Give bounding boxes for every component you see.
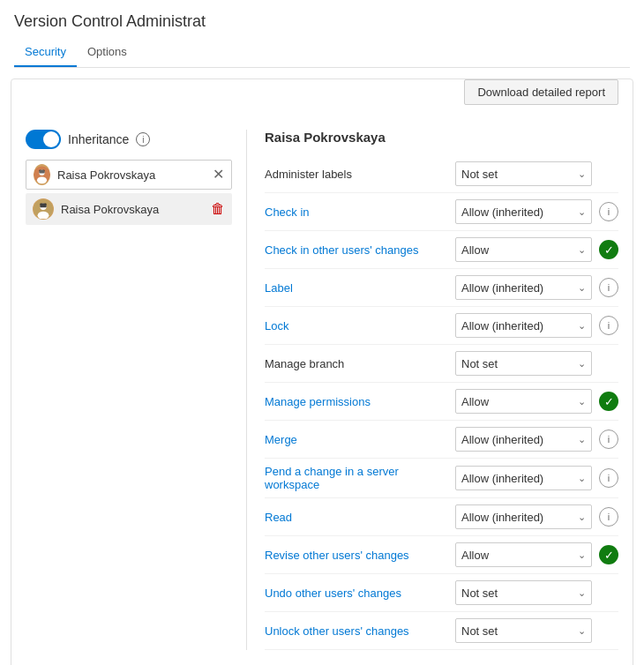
dropdown-value: Allow (inherited) bbox=[461, 281, 574, 295]
permission-row: Check in other users' changesAllow⌄✓ bbox=[265, 231, 618, 269]
dropdown-value: Allow bbox=[461, 549, 574, 562]
chevron-down-icon: ⌄ bbox=[578, 434, 586, 445]
check-badge: ✓ bbox=[599, 545, 618, 564]
permission-label: Revise other users' changes bbox=[265, 549, 448, 562]
permission-row: Administer labelsNot set⌄ bbox=[265, 155, 618, 193]
permission-dropdown[interactable]: Allow⌄ bbox=[455, 237, 592, 262]
dropdown-value: Allow (inherited) bbox=[461, 511, 574, 524]
info-icon[interactable]: i bbox=[599, 202, 618, 221]
right-panel: Raisa Pokrovskaya Administer labelsNot s… bbox=[246, 130, 618, 650]
svg-rect-7 bbox=[40, 204, 46, 208]
chevron-down-icon: ⌄ bbox=[578, 244, 586, 256]
user-search-box[interactable]: ✕ bbox=[26, 160, 232, 190]
permission-dropdown[interactable]: Not set⌄ bbox=[455, 161, 592, 186]
chevron-down-icon: ⌄ bbox=[578, 396, 586, 407]
inheritance-row: Inheritance i bbox=[26, 130, 232, 149]
info-icon[interactable]: i bbox=[599, 507, 618, 527]
chevron-down-icon: ⌄ bbox=[578, 168, 586, 180]
chevron-down-icon: ⌄ bbox=[578, 282, 586, 294]
download-report-button[interactable]: Download detailed report bbox=[464, 79, 618, 105]
permission-row: Undo other users' changesNot set⌄ bbox=[265, 574, 618, 612]
permission-label: Unlock other users' changes bbox=[265, 624, 448, 638]
permission-dropdown[interactable]: Allow (inherited)⌄ bbox=[455, 199, 592, 224]
permissions-list: Administer labelsNot set⌄Check inAllow (… bbox=[265, 155, 618, 650]
permission-label: Administer labels bbox=[265, 168, 448, 181]
page-title: Version Control Administrat bbox=[14, 12, 630, 31]
main-content: Inheritance i ✕ bbox=[11, 116, 633, 664]
dropdown-value: Not set bbox=[461, 357, 574, 370]
dropdown-value: Not set bbox=[461, 624, 574, 638]
list-item-avatar bbox=[33, 198, 54, 220]
info-icon[interactable]: i bbox=[599, 316, 618, 335]
chevron-down-icon: ⌄ bbox=[578, 206, 586, 218]
dropdown-value: Allow bbox=[461, 395, 574, 408]
chevron-down-icon: ⌄ bbox=[578, 358, 586, 370]
permission-dropdown[interactable]: Allow (inherited)⌄ bbox=[455, 275, 592, 300]
permission-row: Unlock other users' changesNot set⌄ bbox=[265, 612, 618, 650]
permission-dropdown[interactable]: Allow (inherited)⌄ bbox=[455, 427, 592, 452]
permission-dropdown[interactable]: Allow (inherited)⌄ bbox=[455, 504, 592, 529]
user-section-title: Raisa Pokrovskaya bbox=[265, 130, 618, 145]
permission-label: Undo other users' changes bbox=[265, 587, 448, 600]
permission-label: Label bbox=[265, 281, 448, 295]
dropdown-value: Not set bbox=[461, 587, 574, 600]
chevron-down-icon: ⌄ bbox=[578, 512, 586, 523]
page-header: Version Control Administrat Security Opt… bbox=[0, 0, 644, 68]
permission-row: Pend a change in a server workspaceAllow… bbox=[265, 459, 618, 498]
permission-dropdown[interactable]: Allow⌄ bbox=[455, 389, 592, 414]
permission-dropdown[interactable]: Allow⌄ bbox=[455, 542, 592, 567]
content-wrapper: Download detailed report Inheritance i bbox=[11, 78, 633, 665]
permission-label: Merge bbox=[265, 433, 448, 446]
dropdown-value: Allow (inherited) bbox=[461, 472, 574, 485]
svg-point-2 bbox=[37, 176, 47, 183]
chevron-down-icon: ⌄ bbox=[578, 320, 586, 332]
check-badge: ✓ bbox=[599, 240, 618, 259]
permission-row: Revise other users' changesAllow⌄✓ bbox=[265, 536, 618, 574]
dropdown-value: Allow bbox=[461, 243, 574, 257]
permission-row: Check inAllow (inherited)⌄i bbox=[265, 193, 618, 231]
dropdown-value: Allow (inherited) bbox=[461, 433, 574, 446]
permission-row: LabelAllow (inherited)⌄i bbox=[265, 269, 618, 307]
tabs-bar: Security Options bbox=[14, 38, 630, 68]
check-badge: ✓ bbox=[599, 392, 618, 411]
permission-row: Manage branchNot set⌄ bbox=[265, 345, 618, 383]
tab-security[interactable]: Security bbox=[14, 38, 77, 67]
permission-dropdown[interactable]: Allow (inherited)⌄ bbox=[455, 313, 592, 338]
user-search-input[interactable] bbox=[57, 168, 206, 182]
permission-row: Manage permissionsAllow⌄✓ bbox=[265, 383, 618, 421]
chevron-down-icon: ⌄ bbox=[578, 549, 586, 561]
permission-dropdown[interactable]: Allow (inherited)⌄ bbox=[455, 466, 592, 490]
left-panel: Inheritance i ✕ bbox=[26, 130, 246, 650]
permission-row: LockAllow (inherited)⌄i bbox=[265, 307, 618, 345]
permission-label: Pend a change in a server workspace bbox=[265, 465, 448, 491]
chevron-down-icon: ⌄ bbox=[578, 587, 586, 599]
dropdown-value: Allow (inherited) bbox=[461, 319, 574, 332]
svg-rect-3 bbox=[39, 169, 44, 173]
inheritance-info-icon[interactable]: i bbox=[136, 132, 150, 146]
search-avatar bbox=[34, 164, 50, 185]
info-icon[interactable]: i bbox=[599, 278, 618, 297]
info-icon[interactable]: i bbox=[599, 468, 618, 488]
permission-label: Manage permissions bbox=[265, 395, 448, 408]
permission-label: Lock bbox=[265, 319, 448, 332]
dropdown-value: Not set bbox=[461, 168, 574, 181]
permission-dropdown[interactable]: Not set⌄ bbox=[455, 618, 592, 643]
permission-row: MergeAllow (inherited)⌄i bbox=[265, 421, 618, 459]
permission-dropdown[interactable]: Not set⌄ bbox=[455, 351, 592, 376]
tab-options[interactable]: Options bbox=[77, 38, 138, 67]
permission-dropdown[interactable]: Not set⌄ bbox=[455, 580, 592, 605]
list-item-name: Raisa Pokrovskaya bbox=[61, 203, 204, 216]
chevron-down-icon: ⌄ bbox=[578, 625, 586, 637]
permission-label: Check in other users' changes bbox=[265, 243, 448, 257]
user-list-item[interactable]: Raisa Pokrovskaya 🗑 bbox=[26, 193, 232, 225]
clear-search-icon[interactable]: ✕ bbox=[213, 168, 224, 182]
dropdown-value: Allow (inherited) bbox=[461, 205, 574, 219]
info-icon[interactable]: i bbox=[599, 430, 618, 449]
permission-label: Manage branch bbox=[265, 357, 448, 370]
inheritance-toggle[interactable] bbox=[26, 130, 61, 149]
permission-label: Check in bbox=[265, 205, 448, 219]
download-bar: Download detailed report bbox=[11, 79, 633, 116]
permission-row: ReadAllow (inherited)⌄i bbox=[265, 498, 618, 536]
delete-user-icon[interactable]: 🗑 bbox=[211, 201, 225, 217]
chevron-down-icon: ⌄ bbox=[578, 473, 586, 484]
